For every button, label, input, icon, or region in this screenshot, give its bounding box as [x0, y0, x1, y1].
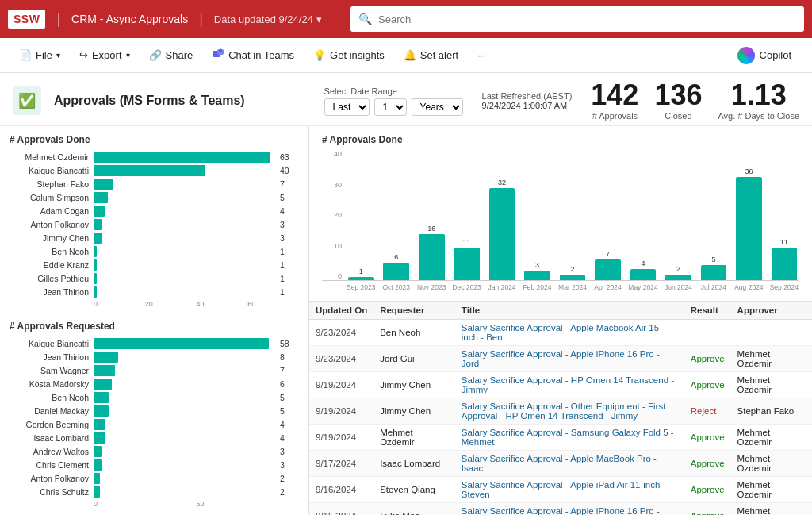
chart1-bar-row: Stephan Fako 7 [10, 179, 299, 190]
report-icon: ✅ [13, 86, 41, 115]
chart1-bar-row: Adam Cogan 4 [10, 206, 299, 217]
bar-track [94, 379, 275, 390]
bar-label: Jimmy Chen [10, 233, 89, 243]
bar-fill [94, 179, 113, 190]
bar-label: Ben Neoh [10, 393, 89, 402]
bar-label: Jean Thirion [10, 352, 89, 362]
table-row[interactable]: 9/19/2024 Jimmy Chen Salary Sacrifice Ap… [309, 372, 812, 398]
table-row[interactable]: 9/19/2024 Jimmy Chen Salary Sacrifice Ap… [309, 398, 812, 425]
bar-value: 40 [280, 166, 299, 175]
x-axis-label: Nov 2023 [416, 283, 446, 291]
refreshed-label: Last Refreshed (AEST) [482, 91, 573, 101]
bar-label: Gordon Beeming [10, 420, 89, 429]
search-bar[interactable]: 🔍 [350, 6, 804, 32]
menu-get-insights[interactable]: 💡 Get insights [305, 44, 393, 66]
chart1-bar-row: Jean Thirion 1 [10, 286, 299, 298]
subtitle-divider: | [199, 11, 203, 28]
col-approver: Approver [731, 302, 812, 320]
date-range-controls: Last 1 Years [324, 98, 463, 116]
search-input[interactable] [378, 13, 796, 25]
cell-requester: Jimmy Chen [373, 398, 455, 425]
y-axis-labels: 0 10 20 30 40 [322, 150, 344, 280]
cell-result: Approve [684, 477, 731, 503]
bar-fill [94, 246, 97, 257]
col-updated-on: Updated On [309, 302, 373, 320]
vert-bar [736, 177, 762, 281]
bar-label: Calum Simpson [10, 193, 89, 202]
cell-title: Salary Sacrifice Approval - Apple MacBoo… [455, 451, 684, 477]
chart2-bar-row: Chris Clement 3 [10, 459, 299, 471]
cell-title: Salary Sacrifice Approval - Samsung Gala… [455, 425, 684, 451]
bar-label: Daniel Mackay [10, 406, 89, 416]
table-row[interactable]: 9/15/2024 Luke Mao Salary Sacrifice Appr… [309, 503, 812, 516]
vert-bars: 1 6 16 11 32 3 2 7 4 2 5 36 11 [346, 150, 799, 280]
date-range-unit-select[interactable]: Years [412, 98, 463, 116]
x-axis-label: Sep 2024 [769, 283, 799, 291]
data-updated: Data updated 9/24/24 ▾ [214, 13, 322, 25]
date-range-number-select[interactable]: 1 [374, 98, 407, 116]
alert-icon: 🔔 [404, 49, 416, 61]
menu-export[interactable]: ↪ Export ▾ [71, 44, 138, 66]
chart1-bar-row: Eddie Kranz 1 [10, 259, 299, 271]
table-area[interactable]: Updated On Requester Title Result Approv… [309, 301, 812, 515]
bar-label: Stephan Fako [10, 179, 89, 189]
table-row[interactable]: 9/23/2024 Ben Neoh Salary Sacrifice Appr… [309, 320, 812, 346]
approvals-done-chart: # Approvals Done Mehmet Ozdemir 63 Kaiqu… [10, 134, 299, 308]
chart2-bar-row: Jean Thirion 8 [10, 352, 299, 363]
x-axis-label: Jan 2024 [487, 283, 517, 291]
cell-requester: Jord Gui [373, 346, 455, 372]
vert-bar-value: 1 [359, 267, 363, 275]
title-divider: | [56, 11, 60, 28]
vert-bar-col: 6 [381, 253, 411, 280]
chart2-title: # Approvals Requested [10, 321, 299, 332]
chart2-bar-row: Chris Schultz 2 [10, 486, 299, 498]
copilot-button[interactable]: Copilot [728, 42, 801, 69]
chart1-bar-row: Gilles Pothieu 1 [10, 273, 299, 284]
date-range-period-select[interactable]: Last [324, 98, 370, 116]
date-range-label: Select Date Range [324, 86, 463, 96]
menu-file[interactable]: 📄 File ▾ [11, 44, 68, 66]
table-row[interactable]: 9/17/2024 Isaac Lombard Salary Sacrifice… [309, 451, 812, 477]
menu-chat-in-teams[interactable]: Chat in Teams [204, 43, 302, 67]
bar-fill [94, 459, 102, 471]
menu-set-alert[interactable]: 🔔 Set alert [396, 44, 466, 66]
kpi-total-approvals: 142 # Approvals [591, 81, 638, 121]
vert-bar [630, 269, 657, 281]
bar-track [94, 405, 275, 417]
bar-value: 4 [280, 420, 299, 429]
bar-value: 1 [280, 274, 299, 283]
table-row[interactable]: 9/19/2024 Mehmet Ozdemir Salary Sacrific… [309, 425, 812, 451]
menu-bar: 📄 File ▾ ↪ Export ▾ 🔗 Share Chat in Team… [0, 38, 812, 73]
cell-approver: Mehmet Ozdemir [731, 503, 812, 516]
vert-bar-value: 4 [641, 259, 645, 267]
cell-date: 9/15/2024 [309, 503, 373, 516]
cell-date: 9/19/2024 [309, 398, 373, 425]
vert-bar [348, 277, 374, 280]
vert-bar-col: 11 [451, 238, 481, 280]
search-icon: 🔍 [358, 13, 372, 25]
cell-result: Approve [684, 503, 731, 516]
bar-fill [94, 273, 97, 284]
chevron-icon: ▾ [56, 51, 60, 60]
bar-label: Chris Clement [10, 460, 89, 470]
bar-label: Sam Wagner [10, 366, 89, 375]
x-axis-label: Jul 2024 [699, 283, 729, 291]
bar-track [94, 192, 275, 203]
chart2-bar-row: Sam Wagner 7 [10, 365, 299, 376]
vert-bar [524, 271, 550, 280]
table-row[interactable]: 9/16/2024 Steven Qiang Salary Sacrifice … [309, 477, 812, 503]
cell-title: Salary Sacrifice Approval - Other Equipm… [455, 398, 684, 425]
cell-date: 9/19/2024 [309, 425, 373, 451]
bar-value: 7 [280, 366, 299, 375]
chart1-axis: 0204060 [94, 300, 299, 308]
col-requester: Requester [373, 302, 455, 320]
vert-bar-col: 36 [733, 167, 764, 281]
bar-fill [94, 446, 102, 457]
menu-more[interactable]: ··· [469, 44, 494, 66]
left-panel: # Approvals Done Mehmet Ozdemir 63 Kaiqu… [0, 126, 309, 515]
x-axis-label: Apr 2024 [592, 283, 622, 291]
refreshed-value: 9/24/2024 1:00:07 AM [482, 101, 573, 110]
menu-share[interactable]: 🔗 Share [141, 44, 201, 66]
table-row[interactable]: 9/23/2024 Jord Gui Salary Sacrifice Appr… [309, 346, 812, 372]
vert-bar-col: 1 [346, 267, 376, 280]
